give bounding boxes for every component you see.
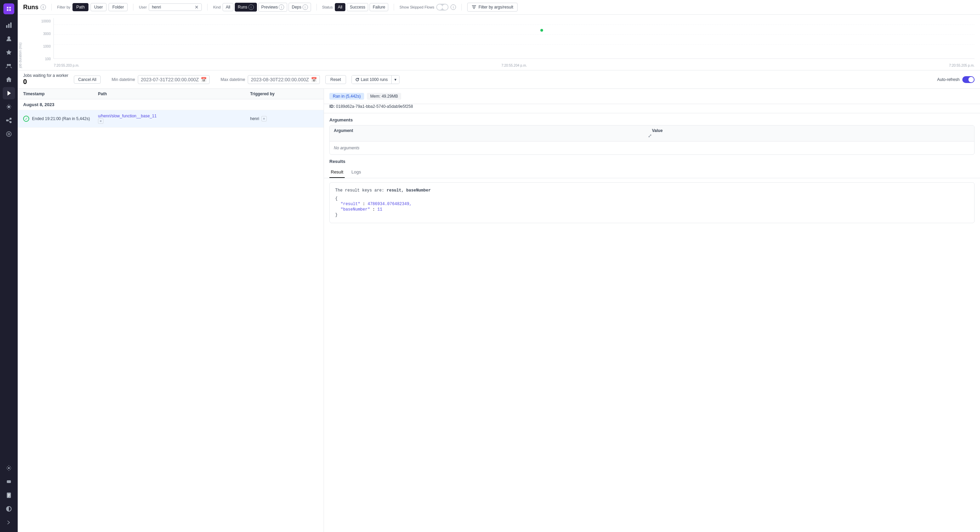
- chart-x-label-start: 7:20:55.203 p.m.: [54, 64, 79, 67]
- svg-point-7: [8, 106, 10, 108]
- last-runs-button[interactable]: Last 1000 runs: [352, 76, 391, 84]
- sidebar-item-team[interactable]: [3, 60, 15, 72]
- svg-point-17: [8, 481, 8, 482]
- auto-refresh-label: Auto-refresh: [937, 77, 959, 82]
- kind-deps-button[interactable]: Deps i: [288, 3, 311, 11]
- cancel-all-button[interactable]: Cancel All: [74, 76, 101, 84]
- user-input[interactable]: [152, 5, 192, 10]
- code-val-2: 11: [377, 207, 382, 212]
- svg-marker-6: [8, 91, 11, 95]
- topbar-divider2: [133, 4, 134, 11]
- row-path-filter-icon[interactable]: ≡: [98, 118, 103, 124]
- filter-path-button[interactable]: Path: [73, 3, 89, 11]
- arguments-title: Arguments: [324, 113, 980, 125]
- sidebar-item-favorites[interactable]: [3, 46, 15, 59]
- code-close-brace: }: [335, 213, 969, 218]
- filter-args-button[interactable]: Filter by args/result: [467, 3, 517, 11]
- code-line-1: "result" : 4786934.076482349,: [335, 202, 969, 206]
- min-datetime-value: 2023-07-31T22:00:00.000Z: [141, 77, 199, 82]
- svg-point-15: [8, 467, 10, 469]
- args-expand-button[interactable]: ⤢: [648, 133, 652, 138]
- result-code-box: The result keys are: result, baseNumber …: [329, 182, 975, 223]
- jobs-row: Jobs waiting for a worker 0 Cancel All M…: [18, 70, 980, 89]
- tab-logs[interactable]: Logs: [350, 167, 363, 178]
- reset-button[interactable]: Reset: [325, 75, 346, 84]
- badge-ran: Ran in (5,442s): [329, 93, 364, 100]
- page-title: Runs i: [23, 4, 46, 11]
- table-row[interactable]: ✓ Ended 19:21:00 (Ran in 5,442s) u/henri…: [18, 110, 324, 127]
- status-success-button[interactable]: Success: [347, 3, 368, 11]
- sidebar-item-monitoring[interactable]: [3, 128, 15, 140]
- filter-folder-button[interactable]: Folder: [108, 3, 127, 11]
- svg-line-11: [8, 119, 10, 121]
- skipped-section: Show Skipped Flows i: [399, 4, 456, 11]
- tab-result[interactable]: Result: [329, 167, 345, 178]
- user-clear-button[interactable]: ✕: [195, 5, 199, 10]
- chart-plot: [53, 18, 975, 59]
- kind-runs-info-icon[interactable]: i: [248, 5, 254, 10]
- title-info-icon[interactable]: i: [40, 5, 46, 10]
- chart-y-label: job duration (ms): [18, 43, 22, 68]
- sidebar-item-collapse[interactable]: [3, 516, 15, 529]
- row-path-link[interactable]: u/henri/slow_function__base_11: [98, 114, 250, 118]
- sidebar-item-integrations[interactable]: [3, 114, 15, 127]
- sidebar-item-home[interactable]: [3, 73, 15, 86]
- svg-point-19: [10, 481, 10, 482]
- detail-header: Ran in (5,442s) Mem: 49.29MB: [324, 89, 980, 104]
- sidebar-logo[interactable]: [3, 3, 14, 14]
- min-datetime-input[interactable]: 2023-07-31T22:00:00.000Z 📅: [138, 75, 210, 84]
- content-area: Timestamp Path Triggered by August 8, 20…: [18, 89, 980, 532]
- sidebar-item-ai[interactable]: [3, 476, 15, 488]
- topbar-divider6: [461, 4, 462, 11]
- topbar-divider3: [207, 4, 208, 11]
- filter-user-button[interactable]: User: [91, 3, 107, 11]
- min-calendar-icon[interactable]: 📅: [201, 77, 207, 82]
- chart-x-labels: 7:20:55.203 p.m. 7:20:55.204 p.m. 7:20:5…: [54, 64, 975, 70]
- results-content: The result keys are: result, baseNumber …: [324, 178, 980, 532]
- sidebar-item-analytics[interactable]: [3, 19, 15, 31]
- svg-point-8: [6, 119, 8, 121]
- row-triggered-cell: henri ≡: [250, 116, 318, 121]
- topbar-divider5: [394, 4, 394, 11]
- table-header: Timestamp Path Triggered by: [18, 89, 324, 99]
- sidebar-item-runs[interactable]: [3, 87, 15, 99]
- table-header-triggered: Triggered by: [250, 92, 318, 96]
- max-datetime-group: Max datetime 2023-08-30T22:00:00.000Z 📅: [221, 75, 320, 84]
- args-table-body: No arguments: [330, 141, 974, 154]
- min-datetime-group: Min datetime 2023-07-31T22:00:00.000Z 📅: [111, 75, 210, 84]
- sidebar-item-billing[interactable]: [3, 101, 15, 113]
- row-path-cell: u/henri/slow_function__base_11 ≡: [98, 114, 250, 124]
- table-header-timestamp: Timestamp: [23, 92, 98, 96]
- filter-icon: [472, 5, 476, 10]
- sidebar-item-user[interactable]: [3, 33, 15, 45]
- sidebar-item-darkmode[interactable]: [3, 503, 15, 515]
- status-section: Status All Success Failure: [322, 3, 388, 11]
- status-failure-button[interactable]: Failure: [369, 3, 388, 11]
- max-datetime-input[interactable]: 2023-08-30T22:00:00.000Z 📅: [248, 75, 320, 84]
- detail-id-value: 0189d62a-79a1-bba2-5740-a5dab9e5f258: [336, 104, 413, 109]
- chart-y-tick-1000: 1000: [40, 44, 52, 48]
- kind-previews-button[interactable]: Previews i: [258, 3, 288, 11]
- code-val-1: 4786934.076482349,: [368, 202, 412, 206]
- sidebar-item-docs[interactable]: [3, 489, 15, 501]
- skipped-info-icon[interactable]: i: [450, 5, 456, 10]
- last-runs-dropdown[interactable]: ▾: [391, 76, 399, 84]
- kind-runs-button[interactable]: Runs i: [235, 3, 257, 11]
- main-content: Runs i Filter by Path User Folder User ✕…: [18, 0, 980, 532]
- auto-refresh-toggle[interactable]: [962, 76, 975, 83]
- row-time-text: Ended 19:21:00 (Ran in 5,442s): [32, 116, 90, 121]
- svg-point-3: [8, 37, 10, 39]
- row-triggered-filter-icon[interactable]: ≡: [261, 116, 267, 121]
- code-key-1: "result": [340, 202, 360, 206]
- max-calendar-icon[interactable]: 📅: [311, 77, 317, 82]
- kind-label: Kind: [213, 5, 221, 9]
- skipped-toggle[interactable]: [436, 4, 449, 11]
- user-input-wrap: ✕: [149, 3, 202, 11]
- no-args-text: No arguments: [334, 146, 360, 150]
- kind-deps-info-icon[interactable]: i: [302, 5, 308, 10]
- kind-all-button[interactable]: All: [223, 3, 233, 11]
- user-filter-label: User: [139, 5, 147, 9]
- sidebar-item-settings[interactable]: [3, 462, 15, 474]
- kind-previews-info-icon[interactable]: i: [279, 5, 284, 10]
- status-all-button[interactable]: All: [335, 3, 345, 11]
